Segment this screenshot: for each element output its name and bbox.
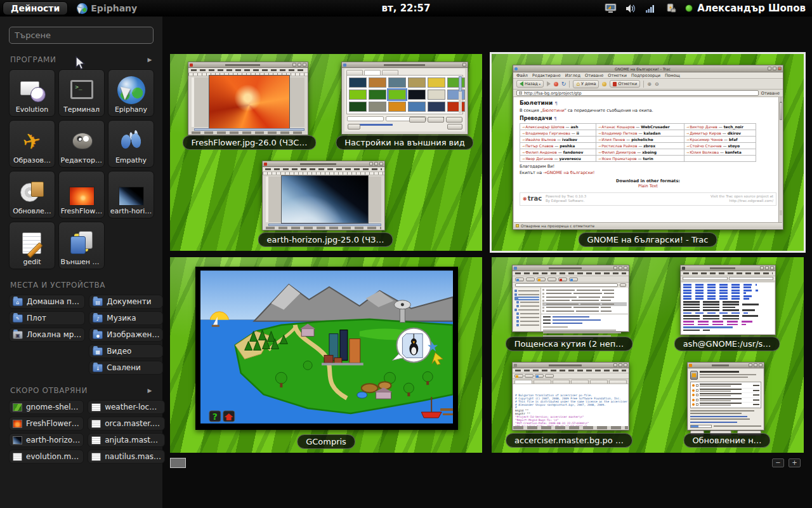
wallpaper-thumbnail[interactable]	[388, 102, 406, 112]
app-tile[interactable]: Терминал	[58, 69, 105, 117]
wallpaper-thumbnail[interactable]	[428, 90, 445, 100]
window-gimp-earth-horizon[interactable]	[262, 161, 385, 231]
edgewall-link[interactable]: http://trac.edgewall.com/	[730, 199, 773, 203]
forward-button[interactable]	[547, 81, 551, 86]
scrollbar[interactable]	[459, 76, 462, 113]
greeked-button[interactable]	[428, 117, 444, 123]
wallpaper-thumbnail[interactable]	[349, 102, 367, 112]
place-item[interactable]: Плот	[9, 311, 85, 325]
go-button[interactable]: Отиване	[761, 91, 780, 96]
history-icon[interactable]	[602, 82, 606, 86]
window-terminal[interactable]	[680, 265, 776, 335]
workspace-remove-button[interactable]: −	[772, 458, 784, 467]
window-epiphany-trac[interactable]: GNOME на български! - Trac ФайлРедактира…	[513, 65, 783, 230]
translator-link[interactable]: Владимира Гиргинова	[522, 131, 570, 135]
translator-link[interactable]: Филип Андонов	[522, 150, 557, 154]
scrollbar[interactable]	[268, 224, 381, 226]
recent-item[interactable]: FreshFlower…	[9, 417, 84, 431]
po-file-text[interactable]: # Bulgarian translation of accerciser po…	[513, 384, 628, 426]
place-item[interactable]: Видео	[89, 344, 163, 358]
search-input[interactable]	[9, 27, 154, 44]
wallpaper-thumbnail[interactable]	[428, 77, 445, 88]
team-link[interactable]: →GNOME на български!	[543, 170, 594, 175]
app-tile[interactable]: FreshFlow…	[58, 171, 105, 218]
greeked-link[interactable]	[690, 416, 747, 417]
place-item[interactable]: Изображен…	[89, 328, 163, 342]
wallpaper-thumbnail[interactable]	[369, 102, 386, 112]
folder-tree[interactable]	[513, 288, 541, 331]
app-tile[interactable]: Empathy	[108, 120, 154, 168]
recent-item[interactable]: earth-horizo…	[9, 433, 84, 447]
place-item[interactable]: Документи	[89, 295, 163, 309]
zoom-in-icon[interactable]: ⊕	[647, 81, 652, 87]
url-bar[interactable]: http://fsa-bg.org/project/gtp	[516, 90, 759, 96]
scrollbar[interactable]	[778, 97, 783, 222]
window-evolution-mail[interactable]	[512, 265, 629, 332]
translator-link[interactable]: Петър Славов	[522, 144, 553, 148]
menu-item[interactable]: Изглед	[565, 73, 580, 78]
workspace-indicator[interactable]	[170, 458, 186, 468]
wallpaper-thumbnail[interactable]	[447, 77, 465, 88]
stop-button[interactable]	[554, 82, 558, 86]
translator-link[interactable]: Владимир Петков	[598, 131, 638, 135]
wallpaper-thumbnail[interactable]	[388, 90, 406, 100]
terminal-tab[interactable]	[729, 277, 774, 280]
app-tile[interactable]: Образов…	[9, 120, 55, 168]
display-icon[interactable]	[605, 3, 617, 13]
wallpaper-thumbnail[interactable]	[369, 77, 386, 88]
place-item[interactable]: Музика	[89, 311, 163, 325]
terminal-output[interactable]	[681, 283, 775, 334]
recent-item[interactable]: orca.master.…	[88, 417, 165, 431]
back-button[interactable]: Назад▾	[516, 80, 544, 88]
greeked-close-button[interactable]	[447, 124, 462, 130]
battery-icon[interactable]	[665, 3, 676, 13]
bookmarks-button[interactable]: Отметки	[610, 80, 640, 88]
greeked-link[interactable]	[690, 422, 737, 423]
translator-link[interactable]: Явор Доганов	[522, 156, 553, 161]
wallpaper-thumbnail[interactable]	[408, 77, 426, 88]
translator-link[interactable]: Красимир Чонов	[686, 137, 723, 142]
app-tile[interactable]: Обновле…	[9, 171, 55, 218]
wallpaper-thumbnail[interactable]	[428, 102, 445, 112]
wallpaper-thumbnail[interactable]	[369, 90, 386, 100]
app-tile[interactable]: earth-hori…	[108, 171, 154, 218]
window-gedit-po[interactable]: # Bulgarian translation of accerciser po…	[512, 362, 629, 431]
plain-text-link[interactable]: Plain Text	[520, 184, 776, 189]
wallpaper-thumbnail[interactable]	[388, 77, 406, 88]
terminal-tab[interactable]	[683, 277, 728, 280]
menu-item[interactable]: Помощ	[665, 73, 680, 78]
wallpaper-thumbnail[interactable]	[408, 90, 426, 100]
programs-expander-icon[interactable]: ▶	[147, 57, 152, 63]
user-menu[interactable]: Александър Шопов	[685, 3, 806, 14]
workspace-add-button[interactable]: +	[789, 458, 801, 467]
translator-link[interactable]: Филип Димитров	[598, 150, 636, 154]
menu-item[interactable]: Отиване	[585, 73, 603, 78]
window-gimp-freshflower[interactable]	[188, 62, 308, 135]
app-tile[interactable]: gedit	[9, 222, 55, 269]
menu-item[interactable]: Отметки	[608, 73, 627, 78]
recent-item[interactable]: evolution.m…	[9, 450, 84, 464]
message-list[interactable]	[541, 288, 628, 314]
app-tile[interactable]: Редактор …	[58, 120, 105, 168]
translator-link[interactable]: Ясен Праматаров	[598, 156, 637, 161]
recent-item[interactable]: weather-loc…	[88, 400, 165, 414]
scrollbar[interactable]	[194, 128, 304, 131]
recent-item[interactable]: anjuta.mast…	[88, 433, 165, 447]
wallpaper-thumbnail[interactable]	[447, 90, 465, 100]
translator-link[interactable]: Илия Пенев	[598, 137, 625, 142]
app-tile[interactable]: Външен в…	[58, 222, 105, 269]
document-tabs[interactable]	[513, 379, 629, 384]
app-tile[interactable]: Evolution	[9, 69, 55, 117]
zoom-out-icon[interactable]: ⊖	[655, 81, 659, 87]
translator-link[interactable]: Виктор Дачев	[686, 124, 717, 129]
bulletins-link[interactable]: Бюлетини	[542, 108, 565, 113]
menu-item[interactable]: Редактиране	[532, 73, 561, 78]
window-update-manager[interactable]	[687, 362, 764, 431]
volume-icon[interactable]	[625, 4, 637, 13]
home-button[interactable]: ⌂У дома	[573, 80, 599, 88]
recent-item[interactable]: gnome-shel…	[9, 400, 84, 414]
network-signal-icon[interactable]	[646, 4, 656, 13]
window-appearance-settings[interactable]	[341, 62, 468, 135]
greeked-button[interactable]	[446, 117, 462, 123]
translator-link[interactable]: Ивайло Вълков	[522, 137, 556, 142]
